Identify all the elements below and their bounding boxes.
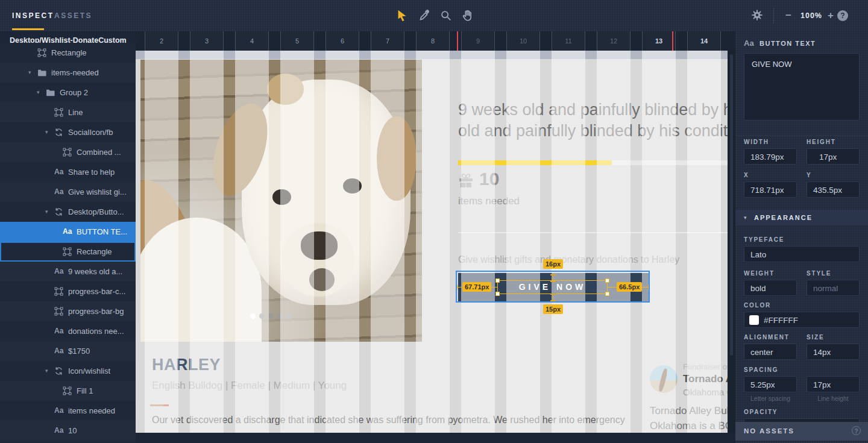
ibeam-bottom-cap2 (550, 300, 556, 301)
selection-handle-bottom-left[interactable] (495, 292, 500, 296)
layer-row-9-weeks-old-a[interactable]: Aa9 weeks old a... (0, 262, 136, 281)
layer-row-combined[interactable]: Combined ... (0, 142, 136, 162)
panel-title: BUTTON TEXT (760, 40, 816, 47)
cursor-tool-icon[interactable] (395, 9, 409, 22)
layer-row-progress-bar-bg[interactable]: progress-bar-bg (0, 301, 136, 321)
carousel-dot-3[interactable] (268, 313, 274, 319)
typeface-field[interactable]: Lato (744, 246, 860, 262)
layer-row-give-wishlist-gi[interactable]: AaGive wishlist gi... (0, 182, 136, 202)
text-content-box[interactable]: GIVE NOW (744, 53, 860, 121)
layer-row-$1750[interactable]: Aa$1750 (0, 341, 136, 361)
tab-inspect[interactable]: INSPECT (12, 11, 54, 20)
color-field[interactable]: #FFFFFF (744, 312, 860, 328)
layer-row-fill-1[interactable]: Fill 1 (0, 381, 136, 401)
letter-spacing-field[interactable]: 5.25px (744, 376, 797, 392)
zoom-in-button[interactable]: + (825, 10, 836, 22)
ruler-column-12: 12 (597, 31, 631, 51)
carousel-dot-4[interactable] (277, 313, 283, 319)
style-field[interactable]: normal (807, 280, 860, 296)
layer-row-share-to-help[interactable]: AaShare to help (0, 162, 136, 182)
items-needed-label[interactable]: items needed (458, 195, 520, 207)
org-description-line2[interactable]: Oklahoma is a BCAR (650, 420, 728, 432)
ruler-column-13: 13 (642, 31, 676, 51)
ruler-column-6: 6 (326, 31, 359, 51)
pan-hand-tool-icon[interactable] (461, 9, 474, 22)
width-field[interactable]: 183.79px (744, 148, 797, 165)
items-needed-count[interactable]: 10 (479, 169, 499, 189)
selection-extent-marker-right (672, 31, 673, 51)
text-layer-icon: Aa (54, 406, 63, 415)
selection-handle-top-left[interactable] (495, 278, 500, 283)
expand-arrow-icon[interactable]: ▾ (45, 209, 48, 215)
ruler-column-11: 11 (552, 31, 585, 51)
shape-layer-icon (63, 386, 72, 395)
carousel-dot-2[interactable] (259, 313, 265, 319)
measure-badge-right: 66.5px (617, 282, 642, 292)
layer-row-items-needed[interactable]: ▾items-needed (0, 63, 136, 83)
expand-arrow-icon[interactable]: ▾ (45, 368, 48, 374)
layer-row-group-2[interactable]: ▾Group 2 (0, 83, 136, 102)
color-label: COLOR (744, 302, 771, 309)
pet-meta-line[interactable]: English Bulldog | Female | Medium | Youn… (152, 380, 347, 392)
component-icon (54, 128, 63, 137)
alignment-field[interactable]: center (744, 344, 797, 360)
headline-line2[interactable]: old and painfully blinded by his conditi… (458, 122, 728, 140)
zoom-tool-icon[interactable] (439, 9, 453, 22)
layer-row-10[interactable]: Aa10 (0, 421, 136, 441)
layer-label: Desktop/Butto... (68, 207, 124, 216)
layer-label: Rectangle (77, 247, 112, 256)
layer-row-desktop-butto[interactable]: ▾Desktop/Butto... (0, 202, 136, 222)
zoom-level[interactable]: 100% (797, 11, 825, 20)
design-viewport[interactable]: 9 weeks old and painfully blinded by his… (136, 51, 728, 433)
progress-bar[interactable] (458, 160, 728, 165)
fundraiser-avatar[interactable] (650, 365, 678, 393)
carousel-dots[interactable] (250, 310, 295, 316)
collapse-arrow-icon: ▾ (744, 215, 747, 221)
size-field[interactable]: 14px (807, 344, 860, 360)
layer-row-items-needed[interactable]: Aaitems needed (0, 401, 136, 421)
selection-handle-top-right[interactable] (605, 278, 609, 283)
pet-name-heading[interactable]: HARLEY (152, 356, 221, 374)
expand-arrow-icon[interactable]: ▾ (37, 89, 40, 95)
layer-row-line[interactable]: Line (0, 102, 136, 122)
layer-row-rectangle[interactable]: Rectangle (0, 242, 136, 262)
line-height-field[interactable]: 17px (807, 376, 860, 392)
eyedropper-tool-icon[interactable] (418, 9, 431, 22)
button-text[interactable]: GIVE NOW (497, 282, 608, 292)
layer-row-progress-bar-c[interactable]: progress-bar-c... (0, 281, 136, 301)
color-swatch[interactable] (749, 315, 759, 325)
appearance-section-header[interactable]: ▾ APPEARANCE (735, 210, 868, 225)
settings-gear-icon[interactable] (751, 9, 764, 22)
story-text[interactable]: Our vet discovered a discharge that indi… (152, 415, 625, 426)
layer-label: Group 2 (60, 88, 88, 97)
weight-field[interactable]: bold (744, 280, 797, 296)
layer-row-socialicon-fb[interactable]: ▾SocialIcon/fb (0, 122, 136, 142)
carousel-dot-5[interactable] (286, 313, 292, 319)
layer-row-icon-wishlist[interactable]: ▾Icon/wishlist (0, 361, 136, 381)
dog-ear-right (377, 116, 416, 201)
expand-arrow-icon[interactable]: ▾ (28, 69, 31, 75)
fundraiser-label[interactable]: Fundraiser orga (683, 362, 728, 371)
progress-bar-fill (458, 160, 612, 165)
expand-arrow-icon[interactable]: ▾ (45, 129, 48, 135)
carousel-dot-1[interactable] (250, 313, 256, 319)
layer-row-rectangle[interactable]: Rectangle (0, 43, 136, 63)
layer-row-donations-nee[interactable]: Aadonations nee... (0, 321, 136, 341)
cta-caption[interactable]: Give wishlist gifts and monetary donatio… (458, 254, 679, 265)
fundraiser-location[interactable]: Oklahoma Cit (683, 387, 728, 397)
assets-help-icon[interactable]: ? (852, 426, 861, 435)
tab-assets[interactable]: ASSETS (54, 11, 92, 20)
pet-photo[interactable] (140, 60, 422, 342)
vertical-scrollbar[interactable] (730, 54, 733, 356)
zoom-out-button[interactable]: − (783, 10, 794, 22)
help-icon[interactable]: ? (837, 10, 848, 21)
layer-row-button-te[interactable]: AaBUTTON TE... (0, 222, 136, 242)
x-field[interactable]: 718.71px (744, 181, 797, 198)
org-description-line1[interactable]: Tornado Alley Bulldo (650, 405, 728, 417)
y-field[interactable]: 435.5px (807, 181, 860, 198)
selection-handle-bottom-right[interactable] (605, 292, 609, 296)
fundraiser-name[interactable]: Tornado Alle (683, 373, 728, 385)
height-field[interactable]: 17px (807, 148, 860, 165)
headline-line1[interactable]: 9 weeks old and painfully blinded by his… (458, 101, 728, 119)
alignment-label: ALIGNMENT (744, 334, 790, 341)
